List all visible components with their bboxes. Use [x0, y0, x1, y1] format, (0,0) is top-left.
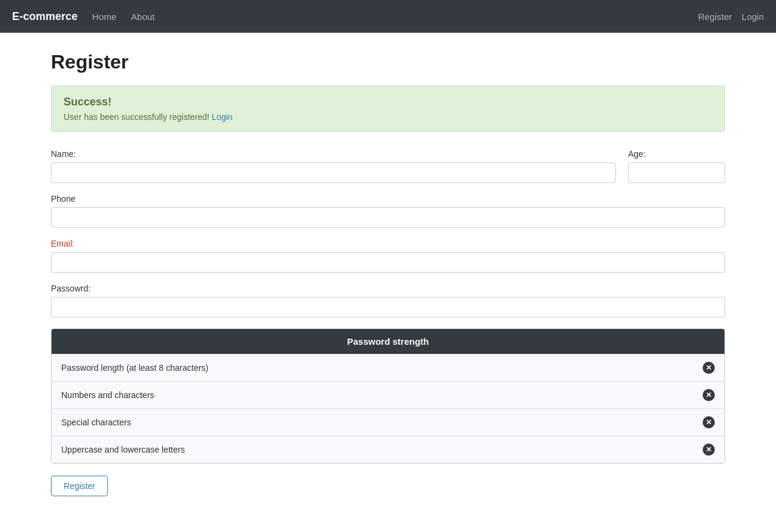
email-input[interactable]	[51, 252, 725, 273]
navbar-right: Register Login	[698, 12, 764, 22]
phone-row: Phone	[51, 194, 725, 228]
age-input[interactable]	[628, 162, 725, 183]
strength-item-length-label: Password length (at least 8 characters)	[61, 363, 209, 373]
age-group: Age:	[628, 149, 725, 183]
email-group: Email:	[51, 239, 725, 273]
nav-link-login[interactable]: Login	[741, 12, 764, 22]
name-group: Name:	[51, 149, 616, 183]
alert-message-text: User has been successfully registered!	[64, 112, 209, 122]
phone-label: Phone	[51, 194, 725, 204]
strength-item-numbers: Numbers and characters ✕	[52, 382, 724, 409]
age-label: Age:	[628, 149, 725, 159]
password-group: Passowrd:	[51, 284, 725, 318]
page-title: Register	[51, 51, 725, 73]
password-strength-box: Password strength Password length (at le…	[51, 328, 725, 464]
alert-message: User has been successfully registered! L…	[64, 112, 712, 122]
strength-item-case-label: Uppercase and lowercase letters	[61, 445, 185, 454]
strength-item-case-icon: ✕	[703, 444, 715, 456]
password-row: Passowrd:	[51, 284, 725, 318]
name-label: Name:	[51, 149, 616, 159]
strength-item-special: Special characters ✕	[52, 409, 724, 436]
strength-item-special-label: Special characters	[61, 417, 131, 427]
register-button[interactable]: Register	[51, 476, 108, 496]
success-alert: Success! User has been successfully regi…	[51, 85, 725, 132]
alert-login-link[interactable]: Login	[212, 112, 232, 122]
nav-link-register[interactable]: Register	[698, 12, 732, 22]
strength-item-length-icon: ✕	[703, 362, 715, 374]
navbar: E-commerce Home About Register Login	[0, 0, 776, 33]
strength-item-length: Password length (at least 8 characters) …	[52, 354, 724, 382]
strength-item-numbers-icon: ✕	[703, 389, 715, 401]
password-strength-items: Password length (at least 8 characters) …	[52, 354, 724, 463]
nav-link-about[interactable]: About	[131, 12, 155, 22]
main-content: Register Success! User has been successf…	[0, 33, 776, 514]
strength-item-numbers-label: Numbers and characters	[61, 390, 154, 400]
name-input[interactable]	[51, 162, 616, 183]
phone-group: Phone	[51, 194, 725, 228]
register-form: Name: Age: Phone Email: Pass	[51, 149, 725, 496]
password-strength-header: Password strength	[52, 329, 724, 354]
strength-item-case: Uppercase and lowercase letters ✕	[52, 436, 724, 463]
password-input[interactable]	[51, 297, 725, 318]
navbar-left: E-commerce Home About	[12, 10, 155, 23]
email-row: Email:	[51, 239, 725, 273]
nav-link-home[interactable]: Home	[92, 12, 116, 22]
strength-item-special-icon: ✕	[703, 416, 715, 428]
name-age-row: Name: Age:	[51, 149, 725, 183]
navbar-brand[interactable]: E-commerce	[12, 10, 78, 23]
email-label: Email:	[51, 239, 725, 248]
password-label: Passowrd:	[51, 284, 725, 293]
alert-title: Success!	[64, 96, 712, 108]
phone-input[interactable]	[51, 207, 725, 228]
